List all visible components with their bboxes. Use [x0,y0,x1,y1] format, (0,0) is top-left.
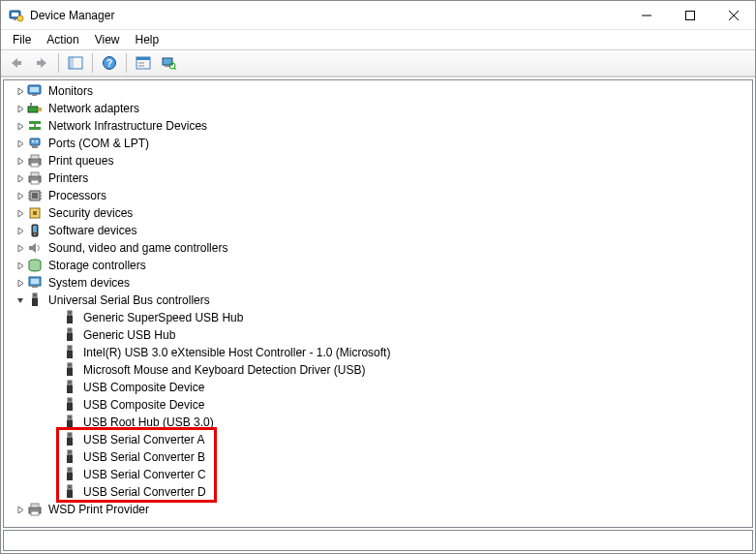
tree-device-label: USB Serial Converter A [81,433,206,446]
chevron-right-icon[interactable] [14,137,27,150]
maximize-button[interactable] [668,1,711,29]
svg-rect-80 [67,420,73,428]
tree-device[interactable]: USB Root Hub (USB 3.0) [4,414,752,431]
chevron-right-icon[interactable] [14,84,27,98]
svg-rect-72 [69,364,71,366]
svg-rect-63 [69,312,71,314]
chevron-right-icon[interactable] [14,102,27,115]
tree-category-system-devices[interactable]: System devices [4,274,752,292]
svg-rect-50 [33,211,37,215]
svg-rect-52 [33,226,37,232]
tree-category-processors[interactable]: Processors [4,187,752,204]
tree-device[interactable]: USB Serial Converter C [4,466,752,483]
tree-category-storage-controllers[interactable]: Storage controllers [4,257,752,274]
tree-category-label: Universal Serial Bus controllers [46,293,212,307]
tree-device-label: Generic USB Hub [81,328,177,342]
tree-category-label: Print queues [46,154,115,168]
tree-device-label: Microsoft Mouse and Keyboard Detection D… [81,363,367,377]
tree-category-label: Storage controllers [46,259,148,272]
svg-rect-8 [16,61,21,65]
storage-icon [27,258,43,273]
svg-rect-36 [31,155,39,159]
titlebar: Device Manager [1,1,755,30]
back-button[interactable] [5,52,28,74]
tree-device[interactable]: USB Composite Device [4,379,752,396]
tree-device[interactable]: USB Serial Converter D [4,483,752,501]
svg-rect-29 [29,127,41,130]
forward-button[interactable] [30,52,53,74]
svg-rect-27 [30,103,32,107]
svg-rect-65 [67,333,73,341]
tree-category-wsd-print[interactable]: WSD Print Provider [4,501,752,518]
tree-device[interactable]: Generic SuperSpeed USB Hub [4,309,752,326]
usb-icon [62,310,77,325]
chevron-right-icon[interactable] [14,206,27,220]
svg-rect-2 [14,18,16,20]
window-title: Device Manager [30,9,624,22]
chevron-right-icon[interactable] [14,119,27,133]
chevron-right-icon[interactable] [14,171,27,185]
menu-view[interactable]: View [87,31,128,48]
tree-category-network-infra[interactable]: Network Infrastructure Devices [4,117,752,135]
svg-rect-60 [34,294,36,296]
tree-category-print-queues[interactable]: Print queues [4,152,752,169]
svg-rect-92 [67,490,73,498]
menu-help[interactable]: Help [128,31,167,48]
tree-device[interactable]: Intel(R) USB 3.0 eXtensible Host Control… [4,344,752,361]
tree-device-label: USB Root Hub (USB 3.0) [81,416,216,429]
tree-device[interactable]: Generic USB Hub [4,326,752,344]
minimize-button[interactable] [624,1,668,29]
svg-rect-71 [67,368,73,376]
printer-icon [27,502,43,517]
help-button[interactable]: ? [98,52,121,74]
svg-rect-78 [69,399,71,401]
tree-category-monitors[interactable]: Monitors [4,82,752,100]
svg-rect-57 [32,286,38,288]
svg-rect-42 [32,193,38,199]
chevron-right-icon[interactable] [14,276,27,290]
tree-device[interactable]: USB Serial Converter A [4,431,752,448]
svg-rect-62 [67,316,73,323]
tree-category-security-devices[interactable]: Security devices [4,204,752,222]
chevron-down-icon[interactable] [14,293,27,307]
svg-rect-9 [37,61,42,65]
show-hide-tree-button[interactable] [64,52,87,74]
tree-device[interactable]: Microsoft Mouse and Keyboard Detection D… [4,361,752,379]
tree-category-software-devices[interactable]: Software devices [4,222,752,239]
network-icon [27,101,43,116]
window-controls [624,1,755,29]
sound-icon [27,240,43,256]
usb-icon [62,345,77,360]
tree-category-network-adapters[interactable]: Network adapters [4,100,752,117]
usb-icon [62,432,77,447]
tree-device[interactable]: USB Composite Device [4,396,752,414]
tree-category-label: Processors [46,189,108,202]
chevron-right-icon[interactable] [14,154,27,168]
tree-category-printers[interactable]: Printers [4,169,752,187]
tree-device[interactable]: USB Serial Converter B [4,448,752,466]
tree-category-usb-controllers[interactable]: Universal Serial Bus controllers [4,292,752,309]
usb-icon [27,292,43,308]
chevron-right-icon[interactable] [14,224,27,237]
tree-category-sound[interactable]: Sound, video and game controllers [4,239,752,257]
properties-button[interactable] [132,52,155,74]
svg-point-53 [34,233,36,235]
svg-rect-15 [136,57,150,60]
menu-action[interactable]: Action [39,31,86,48]
chevron-right-icon[interactable] [14,503,27,516]
chevron-right-icon[interactable] [14,189,27,202]
usb-icon [62,380,77,395]
chevron-right-icon[interactable] [14,241,27,255]
svg-point-3 [17,15,23,21]
scan-hardware-button[interactable] [157,52,180,74]
svg-rect-74 [67,385,73,393]
tree-category-label: Security devices [46,206,135,220]
close-button[interactable] [711,1,755,29]
chevron-right-icon[interactable] [14,259,27,272]
tree-category-ports[interactable]: Ports (COM & LPT) [4,135,752,152]
usb-icon [62,467,77,482]
svg-rect-31 [30,138,40,145]
svg-rect-96 [31,511,39,515]
device-tree[interactable]: MonitorsNetwork adaptersNetwork Infrastr… [3,79,753,528]
menu-file[interactable]: File [5,31,39,48]
